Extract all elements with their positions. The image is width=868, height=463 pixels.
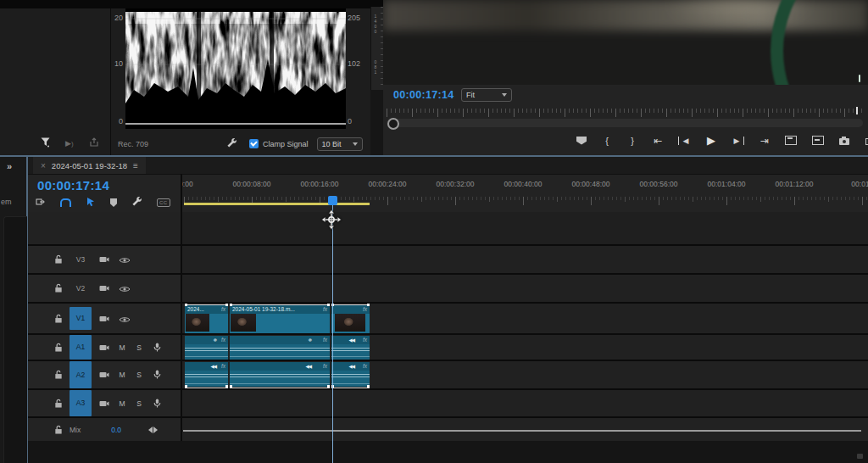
track-content-a3[interactable] bbox=[182, 390, 868, 416]
track-content-v3[interactable] bbox=[182, 246, 868, 273]
ruler-label: 00:00:08:00 bbox=[233, 180, 271, 188]
chevron-down-icon bbox=[502, 93, 507, 97]
tab-close-icon[interactable]: × bbox=[41, 161, 46, 170]
toggle-track-output-eye-icon[interactable] bbox=[119, 281, 131, 296]
solo-button[interactable]: S bbox=[135, 371, 143, 379]
step-forward-button[interactable]: ▶ bbox=[732, 137, 744, 145]
program-monitor-panel: 00:00:17:14 Fit { } ⇤ ◀ ▶ ▶ ⇥ bbox=[383, 0, 868, 155]
snap-icon[interactable] bbox=[60, 198, 71, 207]
tab-menu-icon[interactable]: ≡ bbox=[133, 161, 138, 170]
program-scrub-track[interactable] bbox=[387, 119, 863, 127]
timeline-ruler[interactable]: 00:00 00:00:08:00 00:00:16:00 00:00:24:0… bbox=[182, 174, 868, 208]
filter-icon[interactable] bbox=[41, 136, 50, 151]
nest-sequence-icon[interactable] bbox=[36, 195, 46, 210]
timeline-settings-wrench-icon[interactable] bbox=[131, 195, 142, 210]
lock-icon[interactable] bbox=[54, 422, 63, 438]
track-name-a3[interactable]: A3 bbox=[70, 390, 92, 416]
fit-dropdown[interactable]: Fit bbox=[461, 88, 512, 102]
scope-settings-wrench-icon[interactable] bbox=[226, 137, 237, 152]
lift-icon[interactable] bbox=[785, 136, 797, 145]
toggle-track-output-eye-icon[interactable] bbox=[119, 311, 131, 326]
clip-attribute-icon: ✲ bbox=[308, 336, 311, 344]
audio-clip-a1-3[interactable]: ◀◀fx bbox=[331, 336, 370, 360]
voiceover-mic-icon[interactable] bbox=[153, 367, 161, 382]
captions-icon[interactable]: CC bbox=[157, 198, 170, 207]
solo-button[interactable]: S bbox=[135, 399, 143, 408]
track-name-v3[interactable]: V3 bbox=[70, 253, 92, 267]
audio-clip-a1-2[interactable]: ✲fx bbox=[230, 336, 330, 360]
sync-lock-icon[interactable] bbox=[99, 281, 109, 296]
go-to-in-button[interactable]: ⇤ bbox=[653, 135, 663, 147]
sync-lock-icon[interactable] bbox=[99, 311, 109, 326]
voiceover-mic-icon[interactable] bbox=[153, 396, 161, 411]
clamp-signal-checkbox[interactable] bbox=[249, 139, 259, 148]
lock-icon[interactable] bbox=[54, 311, 63, 326]
video-clip-2[interactable]: 2024-05-01 19-32-18.m...fx bbox=[230, 304, 330, 333]
ruler-label: 00:00 bbox=[182, 180, 193, 188]
comparison-view-icon[interactable] bbox=[865, 136, 868, 145]
ruler-label: 00:00:40:00 bbox=[504, 180, 542, 188]
add-marker-icon[interactable] bbox=[110, 198, 117, 207]
mute-button[interactable]: M bbox=[118, 343, 126, 352]
lock-icon[interactable] bbox=[54, 367, 63, 382]
play-button[interactable]: ▶ bbox=[706, 134, 716, 147]
mix-volume-rubber-band[interactable] bbox=[183, 430, 861, 432]
program-scrub-ruler[interactable] bbox=[387, 109, 863, 119]
program-timecode[interactable]: 00:00:17:14 bbox=[393, 89, 453, 101]
video-clip-3[interactable]: fx bbox=[331, 304, 370, 333]
audio-clip-a1-1[interactable]: ✲fx bbox=[185, 336, 228, 360]
lock-icon[interactable] bbox=[54, 281, 63, 296]
mix-level-value[interactable]: 0.0 bbox=[111, 426, 121, 434]
go-to-out-button[interactable]: ⇥ bbox=[760, 135, 770, 147]
timeline-timecode[interactable]: 00:00:17:14 bbox=[37, 178, 109, 192]
lock-icon[interactable] bbox=[54, 340, 63, 355]
audio-clip-a2-3[interactable]: ◀◀fx bbox=[331, 362, 370, 388]
track-name-v2[interactable]: V2 bbox=[70, 282, 92, 296]
track-area-spacer-head bbox=[28, 212, 181, 244]
export-icon[interactable] bbox=[89, 136, 99, 151]
video-clip-1[interactable]: 2024...fx bbox=[185, 304, 228, 333]
scope-axis-right-0: 0 bbox=[348, 117, 352, 126]
mark-in-button[interactable]: { bbox=[602, 136, 612, 146]
keyframe-navigator-icon[interactable] bbox=[148, 427, 158, 433]
export-frame-icon[interactable] bbox=[839, 138, 849, 145]
scrollbar-nub[interactable] bbox=[857, 454, 863, 459]
extract-icon[interactable] bbox=[812, 136, 824, 145]
sync-lock-icon[interactable] bbox=[99, 396, 109, 411]
timeline-tab[interactable]: × 2024-05-01 19-32-18 ≡ bbox=[33, 157, 146, 174]
add-marker-icon[interactable] bbox=[576, 137, 587, 145]
bit-depth-dropdown[interactable]: 10 Bit bbox=[317, 137, 363, 151]
track-content-mix[interactable] bbox=[182, 418, 868, 441]
sync-lock-icon[interactable] bbox=[99, 252, 109, 267]
lock-icon[interactable] bbox=[54, 252, 63, 267]
track-name-v1[interactable]: V1 bbox=[70, 307, 92, 330]
chevron-down-icon bbox=[353, 142, 358, 146]
linked-selection-icon[interactable] bbox=[86, 195, 96, 210]
mute-button[interactable]: M bbox=[118, 371, 126, 379]
mark-out-button[interactable]: } bbox=[627, 136, 637, 146]
step-back-button[interactable]: ◀ bbox=[678, 137, 691, 145]
track-header-divider[interactable] bbox=[181, 174, 182, 441]
scope-axis-right-205: 205 bbox=[348, 14, 360, 22]
sync-lock-icon[interactable] bbox=[99, 367, 109, 382]
audio-clip-a2-1[interactable]: ◀◀fx bbox=[185, 362, 228, 388]
play-out-icon[interactable]: ▶) bbox=[65, 139, 74, 148]
track-name-a1[interactable]: A1 bbox=[70, 335, 92, 360]
render-bar-yellow bbox=[184, 203, 370, 205]
solo-button[interactable]: S bbox=[135, 343, 143, 352]
playhead-line bbox=[332, 197, 333, 463]
voiceover-mic-icon[interactable] bbox=[153, 340, 161, 355]
toggle-track-output-eye-icon[interactable] bbox=[119, 252, 131, 267]
program-video-frame bbox=[383, 0, 868, 85]
lock-icon[interactable] bbox=[54, 396, 63, 411]
track-name-a2[interactable]: A2 bbox=[70, 361, 92, 388]
sync-lock-icon[interactable] bbox=[99, 340, 109, 355]
program-playhead-knob[interactable] bbox=[387, 118, 399, 130]
playhead-handle[interactable] bbox=[328, 196, 337, 205]
track-content-v2[interactable] bbox=[182, 275, 868, 302]
ruler-label: 00:00:24:00 bbox=[369, 180, 407, 188]
ruler-label: 00:00:56:00 bbox=[640, 180, 678, 188]
audio-clip-a2-2[interactable]: ◀◀fx bbox=[230, 362, 330, 388]
mute-button[interactable]: M bbox=[118, 399, 126, 408]
expand-panel-chevrons[interactable]: » bbox=[7, 161, 12, 171]
